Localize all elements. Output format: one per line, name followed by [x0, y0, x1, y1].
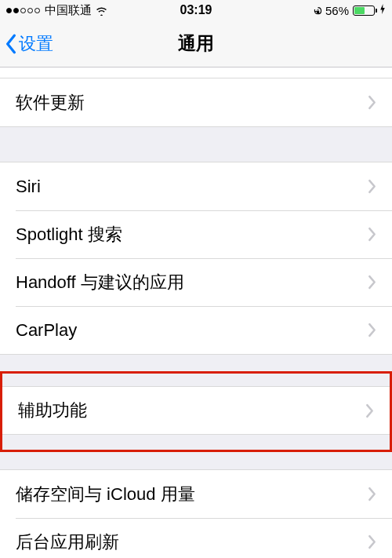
row-accessibility[interactable]: 辅助功能	[2, 387, 390, 434]
carrier-label: 中国联通	[45, 3, 92, 18]
wifi-icon	[95, 5, 108, 16]
row-label: 软件更新	[16, 91, 85, 115]
charging-icon	[379, 4, 386, 16]
row-label: 储存空间与 iCloud 用量	[16, 483, 195, 506]
group-accessibility: 辅助功能	[2, 386, 390, 435]
nav-bar: 设置 通用	[0, 20, 392, 67]
back-button[interactable]: 设置	[0, 32, 53, 56]
status-bar: 中国联通 03:19 56%	[0, 0, 392, 20]
highlight-accessibility: 辅助功能	[0, 371, 392, 452]
row-label: 后台应用刷新	[16, 531, 119, 554]
status-right: 56%	[313, 4, 386, 17]
back-label: 设置	[19, 32, 53, 56]
chevron-right-icon	[368, 323, 376, 337]
page-title: 通用	[178, 31, 214, 56]
partial-row-top	[0, 67, 392, 78]
chevron-right-icon	[368, 275, 376, 290]
chevron-right-icon	[368, 227, 376, 242]
row-siri[interactable]: Siri	[0, 162, 392, 210]
chevron-right-icon	[368, 534, 376, 549]
row-background-refresh[interactable]: 后台应用刷新	[0, 518, 392, 558]
status-time: 03:19	[180, 3, 212, 17]
row-handoff[interactable]: Handoff 与建议的应用	[0, 258, 392, 306]
svg-rect-0	[317, 11, 319, 13]
group-siri: Siri Spotlight 搜索 Handoff 与建议的应用 CarPlay	[0, 162, 392, 355]
row-label: CarPlay	[16, 320, 77, 341]
battery-percent-label: 56%	[325, 4, 349, 17]
status-left: 中国联通	[6, 3, 108, 18]
row-label: Spotlight 搜索	[16, 223, 122, 246]
battery-icon	[353, 5, 377, 16]
row-label: Handoff 与建议的应用	[16, 271, 184, 294]
row-carplay[interactable]: CarPlay	[0, 306, 392, 354]
chevron-left-icon	[5, 34, 17, 54]
chevron-right-icon	[368, 179, 376, 194]
row-storage-icloud[interactable]: 储存空间与 iCloud 用量	[0, 470, 392, 518]
group-storage: 储存空间与 iCloud 用量 后台应用刷新	[0, 469, 392, 558]
orientation-lock-icon	[313, 5, 323, 16]
row-spotlight[interactable]: Spotlight 搜索	[0, 210, 392, 258]
row-software-update[interactable]: 软件更新	[0, 78, 392, 126]
signal-strength-icon	[6, 8, 40, 13]
chevron-right-icon	[368, 487, 376, 501]
chevron-right-icon	[365, 403, 374, 418]
row-label: Siri	[16, 177, 41, 197]
row-label: 辅助功能	[18, 399, 87, 422]
chevron-right-icon	[368, 95, 376, 110]
group-software-update: 软件更新	[0, 78, 392, 127]
